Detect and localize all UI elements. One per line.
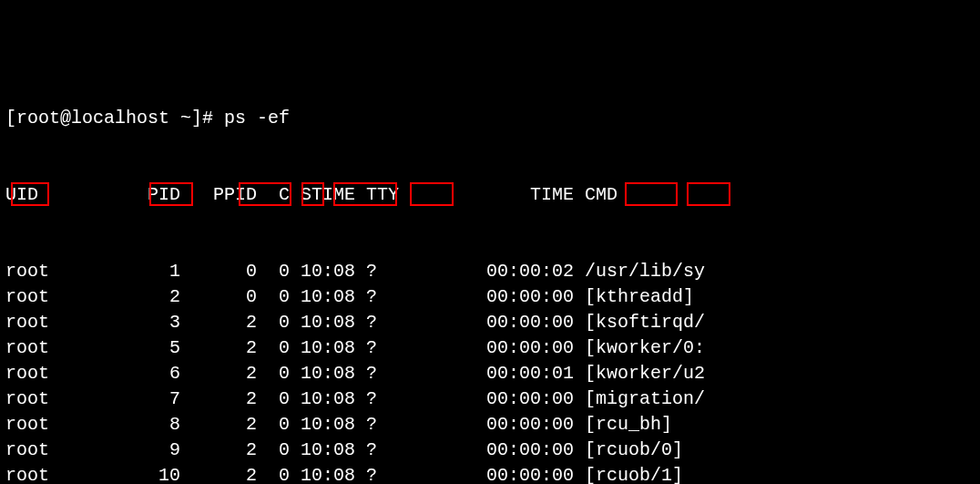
process-row: root 8 2 0 10:08 ? 00:00:00 [rcu_bh]	[5, 412, 975, 438]
header-text: UID PID PPID C STIME TTY TIME CMD	[5, 182, 618, 208]
process-row: root 9 2 0 10:08 ? 00:00:00 [rcuob/0]	[5, 438, 975, 463]
highlight-box-time	[625, 182, 678, 206]
prompt-line: [root@localhost ~]# ps -ef	[5, 106, 975, 131]
highlight-box-cmd	[687, 182, 730, 206]
process-row: root 6 2 0 10:08 ? 00:00:01 [kworker/u2	[5, 361, 975, 386]
process-row: root 3 2 0 10:08 ? 00:00:00 [ksoftirqd/	[5, 310, 975, 335]
process-row: root 5 2 0 10:08 ? 00:00:00 [kworker/0:	[5, 335, 975, 361]
process-row: root 10 2 0 10:08 ? 00:00:00 [rcuob/1]	[5, 463, 975, 484]
process-row: root 7 2 0 10:08 ? 00:00:00 [migration/	[5, 386, 975, 412]
prompt-text: [root@localhost ~]# ps -ef	[5, 108, 290, 129]
process-rows: root 1 0 0 10:08 ? 00:00:02 /usr/lib/syr…	[5, 259, 975, 484]
header-line: UID PID PPID C STIME TTY TIME CMD	[5, 182, 975, 208]
process-row: root 2 0 0 10:08 ? 00:00:00 [kthreadd]	[5, 284, 975, 310]
